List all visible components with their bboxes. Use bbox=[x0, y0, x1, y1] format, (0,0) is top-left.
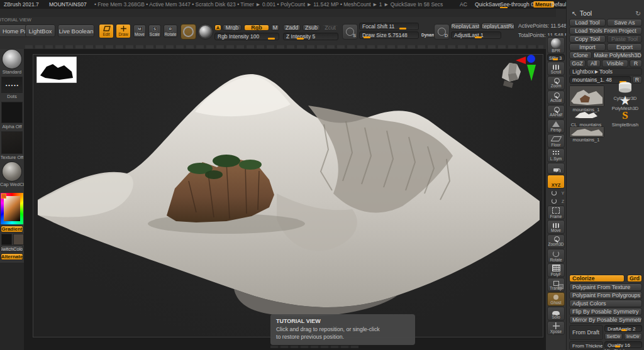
paste-tool-button[interactable]: Paste Tool bbox=[607, 35, 642, 43]
edit-button[interactable]: Edit bbox=[99, 24, 114, 38]
rotate-button[interactable]: R Rotate bbox=[164, 25, 177, 38]
current-stroke-item[interactable]: • • • • • Dots bbox=[0, 77, 24, 99]
right-shelf-button[interactable]: Z bbox=[547, 197, 565, 205]
draft-angle-slider[interactable]: DraftAngle 2 bbox=[604, 325, 642, 332]
make-polymesh3d-button[interactable]: Make PolyMesh3D bbox=[593, 52, 642, 59]
z-intensity-slider[interactable]: Z Intensity 5 bbox=[283, 33, 338, 40]
tool-section-item[interactable] bbox=[574, 199, 643, 207]
right-shelf-button[interactable]: Frame bbox=[547, 205, 565, 219]
tool-section-item[interactable] bbox=[574, 153, 643, 161]
right-shelf-button[interactable]: Y bbox=[547, 189, 565, 197]
current-brush-item[interactable]: Standard bbox=[0, 50, 24, 75]
tool-section-item[interactable] bbox=[574, 230, 643, 238]
colorize-button[interactable]: Colorize bbox=[569, 275, 625, 282]
material-quick-button[interactable] bbox=[197, 24, 213, 40]
import-button[interactable]: Import bbox=[569, 43, 606, 51]
spix-slider[interactable]: SPix 3 bbox=[547, 54, 565, 61]
right-shelf-button[interactable]: XYZ bbox=[547, 175, 565, 189]
m-button[interactable]: M bbox=[271, 25, 279, 31]
rgb-button[interactable]: Rgb bbox=[244, 25, 269, 31]
tool-section-item[interactable] bbox=[574, 184, 643, 192]
load-tool-button[interactable]: Load Tool bbox=[569, 19, 606, 26]
mountains-small-thumbnail[interactable] bbox=[569, 126, 604, 138]
replay-last-rel-button[interactable]: ReplayLastRel bbox=[482, 23, 514, 30]
right-shelf-button[interactable]: L.Sym bbox=[547, 148, 565, 162]
load-tools-from-project-button[interactable]: Load Tools From Project bbox=[569, 27, 642, 35]
adjust-last-slider[interactable]: AdjustLast 1 bbox=[451, 31, 501, 39]
active-tool-thumbnail[interactable] bbox=[569, 85, 604, 107]
tool-section-item[interactable] bbox=[574, 161, 643, 168]
draw-button[interactable]: Draw bbox=[116, 24, 131, 38]
quicksave-button[interactable]: QuickSave bbox=[475, 1, 501, 8]
from-draft-button[interactable]: From Draft bbox=[569, 325, 603, 340]
tool-palette-header[interactable]: ↖ Tool ↻ bbox=[567, 9, 644, 18]
gizmo-y-axis-icon[interactable] bbox=[527, 65, 536, 81]
tool-section-item[interactable] bbox=[574, 215, 643, 222]
goz-r-button[interactable]: R bbox=[630, 60, 642, 67]
mirror-by-posable-symmetry-button[interactable]: Mirror By Posable Symmetry bbox=[569, 316, 642, 324]
right-shelf-button[interactable]: Solo bbox=[547, 307, 565, 320]
tool-section-item[interactable] bbox=[574, 146, 643, 153]
tool-section-item[interactable] bbox=[574, 207, 643, 215]
current-material-item[interactable]: Cap WedClay bbox=[0, 162, 24, 187]
tool-section-item[interactable] bbox=[574, 192, 643, 199]
right-shelf-button[interactable]: Actual bbox=[547, 90, 565, 104]
export-button[interactable]: Export bbox=[607, 43, 642, 51]
brush-flavor-button[interactable] bbox=[180, 24, 196, 40]
tray-divider-handle[interactable] bbox=[25, 45, 543, 48]
secondary-color-swatch[interactable] bbox=[13, 234, 24, 245]
live-boolean-button[interactable]: Live Boolean bbox=[58, 25, 94, 37]
invdir-button[interactable]: InvDir bbox=[624, 333, 642, 340]
move-button[interactable]: M Move bbox=[133, 25, 146, 38]
auto-toggle[interactable]: A bbox=[214, 25, 221, 31]
gizmo-z-axis-icon[interactable] bbox=[527, 55, 535, 63]
nav-thumbnail[interactable] bbox=[36, 57, 77, 83]
right-shelf-button[interactable]: Transp bbox=[547, 278, 565, 292]
zcut-button[interactable]: Zcut bbox=[322, 25, 338, 31]
setdir-button[interactable]: SetDir bbox=[604, 333, 623, 340]
stroke-selector-button[interactable]: S bbox=[342, 24, 358, 40]
clone-button[interactable]: Clone bbox=[569, 52, 592, 59]
current-texture-item[interactable]: Texture Off bbox=[0, 131, 24, 160]
color-picker-square[interactable] bbox=[4, 196, 20, 221]
current-alpha-item[interactable]: Alpha Off bbox=[0, 102, 24, 129]
tool-section-item[interactable] bbox=[574, 177, 643, 184]
color-picker[interactable] bbox=[1, 193, 23, 224]
polypaint-from-texture-button[interactable]: Polypaint From Texture bbox=[569, 283, 642, 291]
right-shelf-button[interactable]: Move bbox=[547, 220, 565, 234]
save-as-button[interactable]: Save As bbox=[607, 19, 642, 26]
goz-button[interactable]: GoZ bbox=[569, 60, 586, 67]
right-shelf-button[interactable]: Xpose bbox=[547, 321, 565, 335]
right-shelf-button[interactable]: PolyF bbox=[547, 263, 565, 277]
right-shelf-button[interactable]: Persp bbox=[547, 119, 565, 133]
grd-button[interactable]: Grd bbox=[627, 275, 642, 282]
flip-by-posable-symmetry-button[interactable]: Flip By Posable Symmetry bbox=[569, 308, 642, 315]
right-shelf-button[interactable] bbox=[547, 163, 565, 174]
rgb-intensity-slider[interactable]: Rgb Intensity 100 bbox=[214, 33, 279, 40]
right-shelf-button[interactable]: Floor bbox=[547, 134, 565, 148]
dots-stroke-button[interactable]: D bbox=[434, 24, 450, 40]
polypaint-from-polygroups-button[interactable]: Polypaint From Polygroups bbox=[569, 292, 642, 299]
alternate-button[interactable]: Alternate bbox=[1, 253, 23, 260]
zsub-button[interactable]: Zsub bbox=[303, 25, 320, 31]
document-canvas[interactable]: TUTORIAL VIEW Click and drag to repositi… bbox=[24, 49, 546, 350]
main-color-swatch[interactable] bbox=[1, 234, 12, 245]
quality-slider[interactable]: Quality 16 bbox=[604, 341, 642, 348]
bottom-tray-divider[interactable] bbox=[270, 346, 358, 348]
simplebrush-item[interactable]: S SimpleBrush bbox=[608, 109, 642, 128]
zadd-button[interactable]: Zadd bbox=[283, 25, 301, 31]
right-shelf-button[interactable]: Scroll bbox=[547, 62, 565, 75]
mrgb-button[interactable]: Mrgb bbox=[223, 25, 242, 31]
from-thickness-button[interactable]: From Thickness bbox=[569, 341, 603, 350]
cl-mountains-item[interactable]: CL_mountains bbox=[569, 111, 603, 128]
tool-section-item[interactable] bbox=[574, 245, 643, 253]
draw-size-slider[interactable]: Draw Size 5.75148 bbox=[359, 31, 419, 39]
goz-all-button[interactable]: All bbox=[587, 60, 601, 67]
tool-section-item[interactable] bbox=[574, 238, 643, 245]
focal-shift-slider[interactable]: Focal Shift 11 bbox=[359, 23, 419, 30]
right-shelf-button[interactable]: Ghost bbox=[547, 292, 565, 306]
copy-tool-button[interactable]: Copy Tool bbox=[569, 35, 606, 43]
goz-visible-button[interactable]: Visible bbox=[602, 60, 628, 67]
scale-button[interactable]: S Scale bbox=[148, 25, 161, 38]
right-shelf-button[interactable]: Zoom bbox=[547, 76, 565, 90]
